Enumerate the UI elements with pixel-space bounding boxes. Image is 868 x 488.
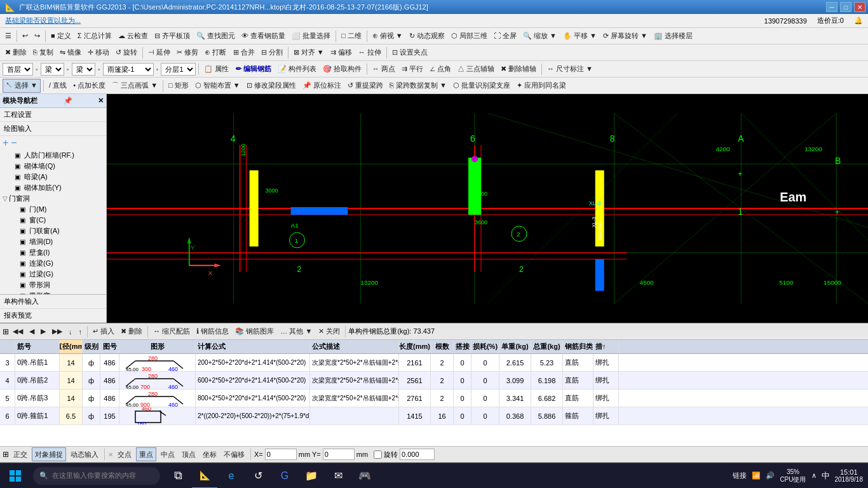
close-panel-button[interactable]: ✕ 关闭 (316, 325, 342, 339)
offset-button[interactable]: ⇉ 偏移 (328, 46, 355, 60)
three-point-aux-button[interactable]: △ 三点辅轴 (455, 62, 497, 76)
type-select[interactable]: 梁 (41, 63, 64, 76)
batch-select-button[interactable]: ⬜ 批量选择 (289, 29, 333, 43)
sidebar-item-niche[interactable]: ▣ 壁龛(I) (0, 247, 106, 258)
single-component-input[interactable]: 单构件输入 (0, 295, 106, 309)
layer-select[interactable]: 分层1 (161, 63, 196, 76)
sidebar-close-icon[interactable]: ✕ (98, 97, 104, 105)
close-button[interactable]: ✕ (854, 2, 865, 12)
report-preview[interactable]: 报表预览 (0, 309, 106, 323)
menu-button[interactable]: ☰ (3, 29, 14, 43)
three-arc-button[interactable]: ⌒ 三点画弧 ▼ (109, 79, 160, 93)
sidebar-pin-icon[interactable]: 📌 (64, 97, 72, 105)
app-icon-software[interactable]: 📐 (192, 463, 217, 489)
local-3d-button[interactable]: ⬡ 局部三维 (449, 29, 490, 43)
component-select[interactable]: 雨篷梁-1 (103, 63, 154, 76)
trim-button[interactable]: ✂ 修剪 (174, 46, 201, 60)
bell-icon[interactable]: 🔔 (854, 17, 863, 25)
fullscreen-button[interactable]: ⛶ 全屏 (491, 29, 519, 43)
rotate-checkbox[interactable] (374, 451, 382, 459)
dimension-button[interactable]: ↔ 尺寸标注 ▼ (545, 62, 595, 76)
zoom-button[interactable]: 🔍 缩放 ▼ (520, 29, 559, 43)
extend-button[interactable]: ⊣ 延伸 (146, 46, 173, 60)
edit-rebar-button[interactable]: ✏ 编辑钢筋 (233, 62, 274, 76)
notification-message[interactable]: 基础梁能否设置以批为... (5, 16, 81, 25)
maximize-button[interactable]: □ (840, 2, 851, 12)
property-button[interactable]: 📋 属性 (201, 62, 231, 76)
app-icon-chrome[interactable]: G (272, 463, 297, 489)
midpoint-snap[interactable]: 重点 (136, 447, 156, 461)
floor-select[interactable]: 首层 (3, 63, 33, 76)
delete-button[interactable]: ✖ 删除 (3, 46, 29, 60)
app-icon-folder[interactable]: 📁 (299, 463, 324, 489)
original-mark-button[interactable]: 📌 原位标注 (300, 79, 344, 93)
batch-identify-button[interactable]: ⬡ 批量识别梁支座 (451, 79, 513, 93)
pick-component-button[interactable]: 🎯 拾取构件 (320, 62, 364, 76)
cloud-check-button[interactable]: ☁ 云检查 (116, 29, 151, 43)
sidebar-item-coupling-beam[interactable]: ▣ 连梁(G) (0, 258, 106, 269)
canvas-area[interactable]: 4 6 8 A B 1 2 2 A1 1200 3000 3600 3600 1… (107, 94, 868, 323)
smart-place-button[interactable]: ⬡ 智能布置 ▼ (193, 79, 243, 93)
sidebar-item-masonry-bar[interactable]: ▣ 砌体加筋(Y) (0, 182, 106, 193)
find-element-button[interactable]: 🔍 查找图元 (194, 29, 238, 43)
app-icon-game[interactable]: 🎮 (352, 463, 377, 489)
table-row[interactable]: 4 0跨.吊筋2 14 ф 486 280 45.00 700 460 (0, 372, 868, 390)
merge-button[interactable]: ⊞ 合并 (231, 46, 257, 60)
sidebar-item-wall-hole[interactable]: ▣ 墙洞(D) (0, 236, 106, 247)
taskview-button[interactable]: ⧉ (165, 463, 191, 489)
sidebar-item-door[interactable]: ▣ 门(M) (0, 204, 106, 215)
expand-icon[interactable]: + (3, 137, 8, 149)
collapse-icon[interactable]: − (11, 137, 17, 149)
copy-span-data-button[interactable]: ⎘ 梁跨数据复制 ▼ (387, 79, 449, 93)
two-point-button[interactable]: ↔ 两点 (370, 62, 398, 76)
delete-aux-button[interactable]: ✖ 删除辅轴 (498, 62, 539, 76)
parallel-button[interactable]: ⇉ 平行 (399, 62, 426, 76)
rotate-button[interactable]: ↺ 旋转 (113, 46, 140, 60)
sidebar-item-hidden-beam[interactable]: ▣ 暗梁(A) (0, 172, 106, 182)
center-snap[interactable]: 中点 (158, 447, 177, 461)
ortho-mode-button[interactable]: 正交 (11, 447, 30, 461)
tray-network-icon[interactable]: 📶 (752, 471, 761, 480)
copy-button[interactable]: ⎘ 复制 (31, 46, 56, 60)
sidebar-item-rfwall[interactable]: ▣ 人防门框墙(RF.) (0, 150, 106, 161)
nav-up-button[interactable]: ↑ (76, 325, 85, 339)
object-snap-button[interactable]: 对象捕捉 (32, 447, 66, 461)
coord-snap[interactable]: 坐标 (200, 447, 219, 461)
y-input[interactable] (323, 449, 355, 460)
rebar-library-button[interactable]: 📚 钢筋图库 (233, 325, 276, 339)
nav-prev-button[interactable]: ◀ (27, 325, 37, 339)
mirror-button[interactable]: ⇋ 镜像 (57, 46, 84, 60)
start-button[interactable] (0, 463, 31, 489)
re-extract-button[interactable]: ↺ 重提梁跨 (345, 79, 386, 93)
undo-button[interactable]: ↩ (20, 29, 31, 43)
nav-next-button[interactable]: ▶ (38, 325, 48, 339)
minimize-button[interactable]: ─ (826, 2, 837, 12)
table-row[interactable]: 6 0跨.箍筋1 6.5 ф 195 460 160 2*((200-2*20)… (0, 407, 868, 425)
nav-down-button[interactable]: ↓ (66, 325, 75, 339)
split-button[interactable]: ⊟ 分割 (259, 46, 285, 60)
vertex-snap[interactable]: 顶点 (179, 447, 198, 461)
sidebar-item-over-beam[interactable]: ▣ 过梁(G) (0, 269, 106, 280)
rebar-info-button[interactable]: ℹ 钢筋信息 (194, 325, 231, 339)
apply-same-name-button[interactable]: ✦ 应用到同名梁 (514, 79, 569, 93)
other-button[interactable]: … 其他 ▼ (278, 325, 315, 339)
move-button[interactable]: ✛ 移动 (85, 46, 112, 60)
dynamic-input-button[interactable]: 动态输入 (68, 447, 101, 461)
nav-first-button[interactable]: ◀◀ (10, 325, 25, 339)
sidebar-item-openings[interactable]: ▽ 门窗洞 (0, 193, 106, 204)
no-offset-snap[interactable]: 不偏移 (221, 447, 247, 461)
drawing-input-item[interactable]: 绘图输入 (0, 122, 106, 136)
select-mode-button[interactable]: ↖ 选择 ▼ (3, 79, 41, 93)
subtype-select[interactable]: 梁 (72, 63, 95, 76)
tray-arrow-icon[interactable]: ∧ (811, 471, 817, 480)
app-icon-browser-e[interactable]: e (219, 463, 244, 489)
screen-rotate-button[interactable]: ⟳ 屏幕旋转 ▼ (600, 29, 650, 43)
top-view-button[interactable]: ⊕ 俯视 ▼ (370, 29, 405, 43)
scale-rebar-button[interactable]: ↔ 缩尺配筋 (151, 325, 193, 339)
pan-button[interactable]: ✋ 平移 ▼ (560, 29, 599, 43)
x-input[interactable] (265, 449, 297, 460)
app-icon-mail[interactable]: ✉ (325, 463, 351, 489)
delete-row-button[interactable]: ✖ 删除 (118, 325, 145, 339)
engineering-setup-item[interactable]: 工程设置 (0, 108, 106, 122)
component-list-button[interactable]: 📝 构件列表 (275, 62, 319, 76)
